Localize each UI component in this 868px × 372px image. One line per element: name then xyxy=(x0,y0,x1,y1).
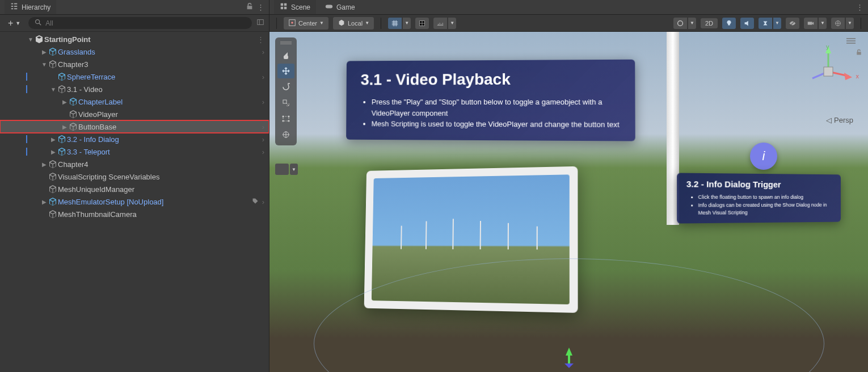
increment-snap-dropdown[interactable]: ▼ xyxy=(448,18,456,29)
tree-row[interactable]: ▶Chapter4 xyxy=(0,158,269,170)
lighting-toggle-button[interactable] xyxy=(722,18,736,29)
gizmo-lock-icon[interactable] xyxy=(856,49,862,57)
card-bullet: Press the "Play" and "Stop" button below… xyxy=(372,97,620,119)
tree-row[interactable]: ▶MeshUniqueIdManager xyxy=(0,183,269,195)
chevron-right-icon[interactable]: › xyxy=(262,98,264,106)
gameobject-cube-icon xyxy=(48,197,58,206)
increment-snap-button[interactable] xyxy=(433,18,447,29)
foldout-icon[interactable]: ▶ xyxy=(41,199,48,205)
chevron-right-icon[interactable]: › xyxy=(262,135,264,144)
foldout-icon[interactable]: ▶ xyxy=(41,49,48,55)
scene-viewport[interactable]: ▼ 3.1 - Video Playback Press the "Play" … xyxy=(269,32,868,372)
gameobject-cube-icon xyxy=(48,210,58,219)
lock-icon[interactable] xyxy=(246,2,254,12)
rotate-tool-button[interactable] xyxy=(277,80,294,94)
move-tool-button[interactable] xyxy=(277,64,294,78)
foldout-icon[interactable]: ▼ xyxy=(41,61,48,68)
custom-tools-dropdown[interactable]: ▼ xyxy=(290,164,298,175)
chevron-right-icon[interactable]: › xyxy=(262,148,264,156)
kebab-menu-icon[interactable]: ⋮ xyxy=(257,3,264,11)
foldout-icon[interactable]: ▶ xyxy=(50,149,57,155)
toggle-2d-button[interactable]: 2D xyxy=(701,18,718,28)
tab-game[interactable]: Game xyxy=(319,0,361,14)
gameobject-cube-icon xyxy=(48,47,58,56)
hierarchy-search[interactable] xyxy=(28,17,252,29)
tree-row[interactable]: ▶VisualScripting SceneVariables xyxy=(0,170,269,183)
fx-dropdown[interactable]: ▼ xyxy=(773,18,781,29)
scene-view-tabs: Scene Game ⋮ xyxy=(269,0,868,15)
tree-row[interactable]: ▶MeshEmulatorSetup [NoUpload]› xyxy=(0,195,269,208)
foldout-icon[interactable]: ▶ xyxy=(41,161,48,168)
grid-snap-group: ▼ xyxy=(388,18,411,29)
chevron-right-icon[interactable]: › xyxy=(262,73,264,81)
tab-game-label: Game xyxy=(336,3,355,11)
tab-scene[interactable]: Scene xyxy=(274,0,316,14)
gizmos-dropdown[interactable]: ▼ xyxy=(846,18,854,29)
scale-tool-button[interactable] xyxy=(277,95,294,110)
gameobject-cube-icon xyxy=(48,172,58,181)
hierarchy-tree: ▼ StartingPoint ⋮ ▶Grasslands›▼Chapter3▶… xyxy=(0,32,269,372)
hierarchy-tab[interactable]: Hierarchy xyxy=(5,0,56,14)
chevron-right-icon[interactable]: › xyxy=(262,48,264,56)
gizmos-toggle-button[interactable] xyxy=(831,18,845,29)
search-type-icon[interactable] xyxy=(256,18,264,28)
foldout-icon[interactable]: ▶ xyxy=(50,136,57,143)
chevron-right-icon[interactable]: › xyxy=(262,198,264,206)
tree-row[interactable]: ▶3.3 - Teleport› xyxy=(0,145,269,158)
fx-group: ▼ xyxy=(759,18,781,29)
svg-rect-5 xyxy=(284,7,286,9)
rect-tool-button[interactable] xyxy=(277,111,294,126)
transform-tool-button[interactable] xyxy=(277,127,294,142)
tree-row[interactable]: ▶Grasslands› xyxy=(0,45,269,58)
svg-rect-3 xyxy=(284,3,286,6)
scene-view-icon xyxy=(280,2,288,12)
search-input[interactable] xyxy=(45,19,246,27)
snap-increment-button[interactable] xyxy=(415,18,429,29)
svg-marker-25 xyxy=(564,363,574,368)
fx-toggle-button[interactable] xyxy=(759,18,772,29)
tree-item-label: MeshThumbnailCamera xyxy=(58,210,137,219)
chevron-right-icon[interactable]: › xyxy=(262,123,264,131)
tree-row[interactable]: ▶ButtonBase› xyxy=(0,120,269,133)
projection-label[interactable]: ◁Persp xyxy=(826,116,853,124)
scene-camera-dropdown[interactable]: ▼ xyxy=(819,18,827,29)
hierarchy-icon xyxy=(10,2,18,12)
tool-handle-pivot[interactable]: Center ▼ xyxy=(284,17,328,30)
draw-mode-dropdown[interactable]: ▼ xyxy=(688,18,696,29)
grid-snap-dropdown[interactable]: ▼ xyxy=(403,18,411,29)
card-bullet: Info dialogs can be created using the Sh… xyxy=(698,201,833,217)
tree-row[interactable]: ▼3.1 - Video xyxy=(0,83,269,95)
scene-camera-button[interactable] xyxy=(804,18,818,29)
draw-mode-button[interactable] xyxy=(673,18,687,29)
audio-toggle-button[interactable] xyxy=(740,18,754,29)
foldout-icon[interactable]: ▶ xyxy=(61,124,68,130)
drag-handle-icon[interactable] xyxy=(280,41,292,44)
tree-item-label: SphereTerrace xyxy=(67,73,115,81)
create-button[interactable]: + ▼ xyxy=(5,17,24,30)
tree-row[interactable]: ▶3.2 - Info Dialog› xyxy=(0,133,269,145)
tree-item-label: Chapter3 xyxy=(58,60,88,69)
foldout-icon[interactable]: ▼ xyxy=(27,36,34,43)
foldout-icon[interactable]: ▶ xyxy=(61,99,68,105)
tree-row[interactable]: ▼Chapter3 xyxy=(0,58,269,70)
custom-tools-button[interactable] xyxy=(275,164,289,175)
tree-row[interactable]: ▶SphereTerrace› xyxy=(0,70,269,83)
hierarchy-panel: Hierarchy ⋮ + ▼ ▼ Start xyxy=(0,0,269,372)
scene-root-label: StartingPoint xyxy=(44,35,91,44)
pivot-label: Center xyxy=(298,20,317,27)
unity-scene-icon xyxy=(34,35,44,44)
tree-item-label: 3.2 - Info Dialog xyxy=(67,135,119,144)
scene-visibility-button[interactable] xyxy=(786,18,799,29)
tree-row[interactable]: ▶ChapterLabel› xyxy=(0,95,269,108)
foldout-icon[interactable]: ▼ xyxy=(50,86,57,93)
orientation-gizmo[interactable]: y x xyxy=(800,43,857,100)
tree-row[interactable]: ▶MeshThumbnailCamera xyxy=(0,208,269,220)
kebab-menu-icon[interactable]: ⋮ xyxy=(257,35,264,44)
tree-scene-root[interactable]: ▼ StartingPoint ⋮ xyxy=(0,33,269,45)
tree-item-label: ChapterLabel xyxy=(78,98,123,106)
grid-visibility-button[interactable] xyxy=(388,18,402,29)
kebab-menu-icon[interactable]: ⋮ xyxy=(856,3,863,11)
tree-row[interactable]: ▶VideoPlayer xyxy=(0,108,269,120)
hand-tool-button[interactable] xyxy=(277,48,294,62)
tool-handle-rotation[interactable]: Local ▼ xyxy=(333,17,374,30)
